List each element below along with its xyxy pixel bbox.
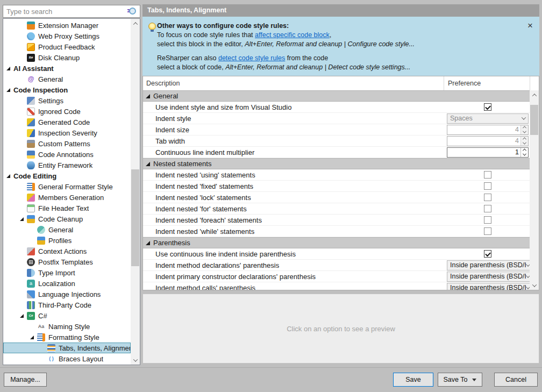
sidebar-item-generated-code[interactable]: Generated Code xyxy=(3,117,131,127)
sidebar-item-disk-cleanup[interactable]: Disk Cleanup xyxy=(3,52,131,63)
sidebar-item-localization[interactable]: Localization xyxy=(3,278,131,289)
group-row-nested-statements[interactable]: Nested statements xyxy=(143,158,530,169)
row-indent-size[interactable]: Indent size 4 xyxy=(143,124,530,136)
sidebar-item-third-party-code[interactable]: Third-Party Code xyxy=(3,300,131,310)
checkbox[interactable] xyxy=(484,227,491,235)
row-indent-nested-while[interactable]: Indent nested 'while' statements xyxy=(143,226,530,237)
sidebar-item-ai-general[interactable]: General xyxy=(3,74,131,84)
number-spinner[interactable]: 4 xyxy=(447,125,529,135)
sidebar-item-members-generation[interactable]: Members Generation xyxy=(3,192,131,203)
sidebar-item-entity-framework[interactable]: Entity Framework xyxy=(3,160,131,170)
row-indent-nested-foreach[interactable]: Indent nested 'foreach' statements xyxy=(143,215,530,226)
checkbox[interactable] xyxy=(484,103,491,111)
sidebar-scrollbar[interactable] xyxy=(131,19,140,365)
row-tab-width[interactable]: Tab width 4 xyxy=(143,136,530,147)
cancel-button[interactable]: Cancel xyxy=(494,373,538,387)
row-indent-style[interactable]: Indent style Spaces xyxy=(143,113,530,124)
save-to-button[interactable]: Save To xyxy=(438,373,482,387)
sidebar-group-code-inspection[interactable]: Code Inspection xyxy=(3,84,131,95)
row-indent-nested-fixed[interactable]: Indent nested 'fixed' statements xyxy=(143,181,530,192)
checkbox[interactable] xyxy=(484,194,491,201)
search-box[interactable] xyxy=(3,5,140,18)
save-button[interactable]: Save xyxy=(393,373,433,387)
sidebar-item-braces-layout[interactable]: Braces Layout xyxy=(3,353,131,364)
sidebar-item-naming-style[interactable]: Naming Style xyxy=(3,321,131,332)
number-spinner[interactable]: 4 xyxy=(447,136,529,146)
sidebar-item-profiles[interactable]: Profiles xyxy=(3,235,131,246)
row-use-indent-style-from-vs[interactable]: Use indent style and size from Visual St… xyxy=(143,102,530,113)
group-row-parenthesis[interactable]: Parenthesis xyxy=(143,237,530,248)
sidebar-item-web-proxy-settings[interactable]: Web Proxy Settings xyxy=(3,31,131,41)
sidebar-item-ignored-code[interactable]: Ignored Code xyxy=(3,106,131,117)
sidebar-item-product-feedback[interactable]: Product Feedback xyxy=(3,41,131,52)
sidebar-item-context-actions[interactable]: Context Actions xyxy=(3,246,131,256)
row-continuous-line-indent-multiplier[interactable]: Continuous line indent multiplier 1 xyxy=(143,147,530,158)
row-use-continuous-line-indent-inside-parenthesis[interactable]: Use continuous line indent inside parent… xyxy=(143,248,530,260)
sidebar-item-code-annotations[interactable]: Code Annotations xyxy=(3,149,131,160)
sidebar-item-postfix-templates[interactable]: Postfix Templates xyxy=(3,256,131,267)
expander-icon[interactable] xyxy=(6,88,10,92)
sidebar-item-formatting-style[interactable]: Formatting Style xyxy=(3,332,131,343)
sidebar-item-language-injections[interactable]: Language Injections xyxy=(3,289,131,300)
dropdown[interactable]: Inside parenthesis (BSD/I xyxy=(447,272,530,282)
sidebar-item-type-import[interactable]: Type Import xyxy=(3,267,131,278)
group-expander-icon[interactable] xyxy=(146,241,150,245)
number-spinner[interactable]: 1 xyxy=(447,147,529,158)
sidebar-item-code-cleanup-general[interactable]: General xyxy=(3,224,131,235)
scroll-down-icon[interactable] xyxy=(530,281,539,290)
dropdown[interactable]: Inside parenthesis (BSD/I xyxy=(447,260,530,270)
dropdown[interactable]: Spaces xyxy=(447,113,529,124)
group-expander-icon[interactable] xyxy=(146,162,150,166)
row-indent-method-declarations-parenthesis[interactable]: Indent method declarations' parenthesis … xyxy=(143,260,530,271)
expander-icon[interactable] xyxy=(20,314,24,318)
scrollbar-thumb[interactable] xyxy=(131,169,139,266)
row-indent-method-calls-parenthesis[interactable]: Indent method calls' parenthesis Inside … xyxy=(143,282,530,290)
sidebar-item-general-formatter-style[interactable]: General Formatter Style xyxy=(3,181,131,192)
table-scrollbar[interactable] xyxy=(530,90,539,290)
sidebar-item-inspection-severity[interactable]: Inspection Severity xyxy=(3,127,131,138)
sidebar-group-code-editing[interactable]: Code Editing xyxy=(3,170,131,181)
scroll-up-icon[interactable] xyxy=(530,90,539,99)
checkbox[interactable] xyxy=(484,250,491,258)
spin-down-button[interactable] xyxy=(521,130,528,134)
column-header-description[interactable]: Description xyxy=(143,76,444,90)
expander-icon[interactable] xyxy=(6,67,10,70)
sidebar-item-custom-patterns[interactable]: Custom Patterns xyxy=(3,138,131,149)
sidebar-item-tabs-indents-alignment[interactable]: Tabs, Indents, Alignment xyxy=(3,343,131,353)
spinner-buttons[interactable] xyxy=(520,148,528,157)
row-indent-nested-using[interactable]: Indent nested 'using' statements xyxy=(143,169,530,181)
row-indent-nested-for[interactable]: Indent nested 'for' statements xyxy=(143,203,530,215)
sidebar-item-extension-manager[interactable]: Extension Manager xyxy=(3,20,131,31)
spin-down-button[interactable] xyxy=(521,141,528,146)
expander-icon[interactable] xyxy=(20,217,24,221)
search-input[interactable] xyxy=(3,8,127,16)
row-indent-primary-constructor-declarations-parenthesis[interactable]: Indent primary constructor declarations'… xyxy=(143,271,530,282)
sidebar-group-ai-assistant[interactable]: AI Assistant xyxy=(3,63,131,74)
sidebar-item-csharp[interactable]: C# xyxy=(3,310,131,321)
row-indent-nested-lock[interactable]: Indent nested 'lock' statements xyxy=(143,192,530,203)
spinner-buttons[interactable] xyxy=(520,125,528,134)
detect-code-style-rules-link[interactable]: detect code style rules xyxy=(218,54,285,62)
checkbox[interactable] xyxy=(484,216,491,224)
checkbox[interactable] xyxy=(484,171,491,179)
ai-general-icon xyxy=(27,75,35,83)
checkbox[interactable] xyxy=(484,182,491,190)
checkbox[interactable] xyxy=(484,205,491,212)
sidebar-item-settings[interactable]: Settings xyxy=(3,95,131,106)
scroll-down-icon[interactable] xyxy=(131,355,140,365)
sidebar-item-file-header-text[interactable]: File Header Text xyxy=(3,203,131,213)
sidebar-item-code-cleanup[interactable]: Code Cleanup xyxy=(3,213,131,224)
affect-specific-code-block-link[interactable]: affect specific code block xyxy=(255,31,330,39)
scrollbar-thumb[interactable] xyxy=(530,105,538,135)
close-icon[interactable]: × xyxy=(527,21,533,30)
scroll-up-icon[interactable] xyxy=(131,19,140,28)
spinner-buttons[interactable] xyxy=(520,137,528,146)
dropdown[interactable]: Inside parenthesis (BSD/I xyxy=(447,283,530,290)
manage-button[interactable]: Manage... xyxy=(4,373,47,387)
spin-down-button[interactable] xyxy=(521,152,528,157)
column-header-preference[interactable]: Preference xyxy=(444,76,530,90)
expander-icon[interactable] xyxy=(6,174,10,178)
group-row-general[interactable]: General xyxy=(143,90,530,102)
expander-icon[interactable] xyxy=(30,336,34,339)
group-expander-icon[interactable] xyxy=(146,94,150,98)
